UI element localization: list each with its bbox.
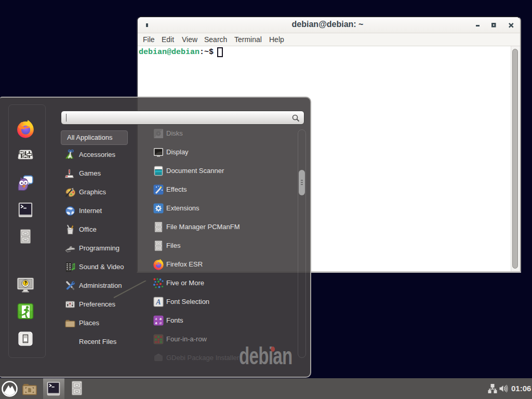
svg-text:a: a (155, 321, 157, 325)
svg-text:a: a (159, 321, 162, 325)
svg-text:A: A (155, 298, 161, 306)
